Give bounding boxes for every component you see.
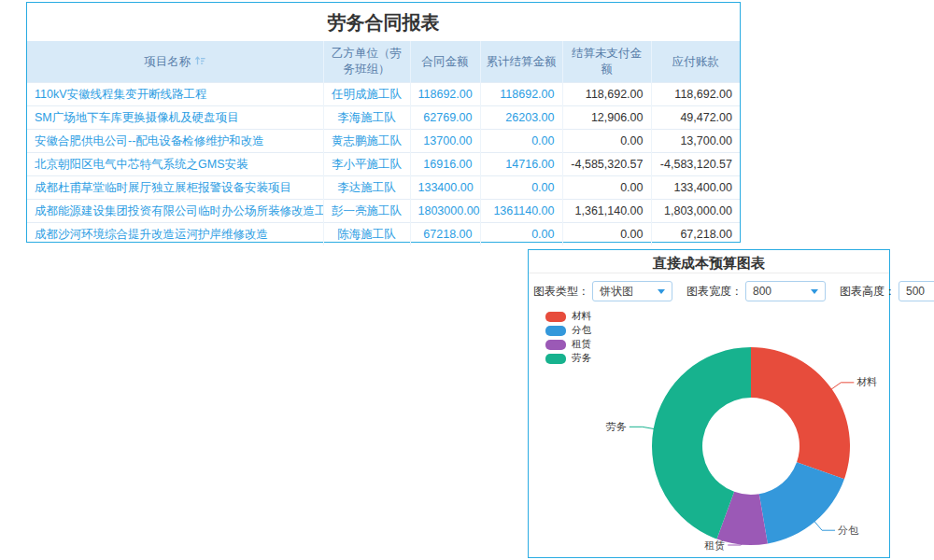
contractor-link[interactable]: 李小平施工队: [323, 153, 410, 176]
column-header: 结算未支付金额: [562, 41, 651, 83]
amount-cell: 26203.00: [480, 106, 562, 130]
amount-cell: 1803000.00: [410, 200, 480, 223]
table-row: 110kV安徽线程集变开断线路工程任明成施工队118692.00118692.0…: [27, 83, 740, 106]
contractor-link[interactable]: 黄志鹏施工队: [323, 130, 410, 153]
label-connector-line: [630, 427, 655, 428]
pie-slice[interactable]: [751, 347, 850, 479]
column-header: 乙方单位（劳务班组）: [323, 41, 410, 83]
amount-cell: 118,692.00: [562, 83, 651, 106]
project-name-link[interactable]: SM广场地下车库更换摄像机及硬盘项目: [27, 106, 323, 130]
amount-cell: 0.00: [562, 130, 651, 153]
amount-cell: 62769.00: [410, 106, 480, 130]
legend-swatch-icon: [545, 312, 566, 322]
project-name-link[interactable]: 110kV安徽线程集变开断线路工程: [27, 83, 323, 106]
project-name-link[interactable]: 成都杜甫草堂临时展厅独立展柜报警设备安装项目: [27, 176, 323, 200]
label-connector-line: [814, 521, 835, 530]
legend-label: 劳务: [572, 352, 591, 365]
table-row: 北京朝阳区电气中芯特气系统之GMS安装李小平施工队16916.0014716.0…: [27, 153, 740, 176]
labor-contract-report-panel: 劳务合同报表 项目名称乙方单位（劳务班组）合同金额累计结算金额结算未支付金额应付…: [26, 2, 741, 243]
amount-cell: 0.00: [480, 130, 562, 153]
amount-cell: 67,218.00: [651, 223, 740, 246]
legend-swatch-icon: [545, 354, 566, 364]
contractor-link[interactable]: 李海施工队: [323, 106, 410, 130]
project-name-link[interactable]: 安徽合肥供电公司--配电设备检修维护和改造: [27, 130, 323, 153]
report-table: 项目名称乙方单位（劳务班组）合同金额累计结算金额结算未支付金额应付账款 110k…: [27, 41, 740, 245]
amount-cell: 16916.00: [410, 153, 480, 176]
chart-height-select[interactable]: 500: [899, 281, 934, 301]
amount-cell: 13,700.00: [651, 130, 740, 153]
contractor-link[interactable]: 李达施工队: [323, 176, 410, 200]
slice-label: 租赁: [704, 539, 725, 551]
legend-swatch-icon: [545, 340, 566, 350]
amount-cell: 13700.00: [410, 130, 480, 153]
legend-item[interactable]: 租赁: [545, 338, 591, 351]
amount-cell: 133,400.00: [651, 176, 740, 200]
amount-cell: 1,803,000.00: [651, 200, 740, 223]
column-header-label: 合同金额: [422, 55, 469, 68]
legend-label: 分包: [572, 324, 591, 337]
column-header-label: 项目名称: [144, 55, 191, 68]
table-row: 安徽合肥供电公司--配电设备检修维护和改造黄志鹏施工队13700.000.000…: [27, 130, 740, 153]
table-row: 成都沙河环境综合提升改造运河护岸维修改造陈海施工队67218.000.000.0…: [27, 223, 740, 246]
contractor-link[interactable]: 陈海施工队: [323, 223, 410, 246]
column-header: 合同金额: [410, 41, 480, 83]
amount-cell: -4,583,120.57: [651, 153, 740, 176]
direct-cost-chart-panel: 直接成本预算图表 图表类型：饼状图图表宽度：800图表高度：500 材料分包租赁…: [528, 249, 890, 558]
legend-item[interactable]: 材料: [545, 310, 591, 323]
amount-cell: 118,692.00: [651, 83, 740, 106]
amount-cell: 0.00: [562, 176, 651, 200]
column-header[interactable]: 项目名称: [27, 41, 323, 83]
contractor-link[interactable]: 彭一亮施工队: [323, 200, 410, 223]
slice-label: 材料: [856, 376, 877, 387]
project-name-link[interactable]: 成都能源建设集团投资有限公司临时办公场所装修改造工程EPC: [27, 200, 323, 223]
sort-icon[interactable]: [194, 55, 205, 66]
amount-cell: 1361140.00: [480, 200, 562, 223]
table-header-row: 项目名称乙方单位（劳务班组）合同金额累计结算金额结算未支付金额应付账款: [27, 41, 740, 83]
column-header-label: 结算未支付金额: [572, 47, 642, 76]
column-header-label: 应付账款: [672, 55, 719, 68]
amount-cell: 118692.00: [410, 83, 480, 106]
chart-legend: 材料分包租赁劳务: [545, 310, 591, 366]
legend-label: 租赁: [572, 338, 591, 351]
legend-label: 材料: [572, 310, 591, 323]
slice-label: 分包: [838, 525, 859, 536]
table-row: 成都能源建设集团投资有限公司临时办公场所装修改造工程EPC彭一亮施工队18030…: [27, 200, 740, 223]
contractor-link[interactable]: 任明成施工队: [323, 83, 410, 106]
legend-item[interactable]: 分包: [545, 324, 591, 337]
amount-cell: 14716.00: [480, 153, 562, 176]
select-value: 500: [906, 285, 925, 298]
column-header-label: 乙方单位（劳务班组）: [332, 47, 402, 76]
amount-cell: 133400.00: [410, 176, 480, 200]
amount-cell: 49,472.00: [651, 106, 740, 130]
amount-cell: 12,906.00: [562, 106, 651, 130]
donut-chart: 材料分包租赁劳务: [529, 250, 889, 557]
amount-cell: 118692.00: [480, 83, 562, 106]
amount-cell: 0.00: [480, 223, 562, 246]
column-header: 累计结算金额: [480, 41, 562, 83]
legend-item[interactable]: 劳务: [545, 352, 591, 365]
amount-cell: 0.00: [480, 176, 562, 200]
project-name-link[interactable]: 成都沙河环境综合提升改造运河护岸维修改造: [27, 223, 323, 246]
column-header: 应付账款: [651, 41, 740, 83]
amount-cell: -4,585,320.57: [562, 153, 651, 176]
slice-label: 劳务: [606, 421, 627, 432]
label-connector-line: [831, 383, 855, 390]
amount-cell: 1,361,140.00: [562, 200, 651, 223]
amount-cell: 0.00: [562, 223, 651, 246]
report-title: 劳务合同报表: [27, 3, 740, 41]
column-header-label: 累计结算金额: [487, 55, 557, 68]
project-name-link[interactable]: 北京朝阳区电气中芯特气系统之GMS安装: [27, 153, 323, 176]
table-row: SM广场地下车库更换摄像机及硬盘项目李海施工队62769.0026203.001…: [27, 106, 740, 130]
table-row: 成都杜甫草堂临时展厅独立展柜报警设备安装项目李达施工队133400.000.00…: [27, 176, 740, 200]
amount-cell: 67218.00: [410, 223, 480, 246]
legend-swatch-icon: [545, 326, 566, 336]
